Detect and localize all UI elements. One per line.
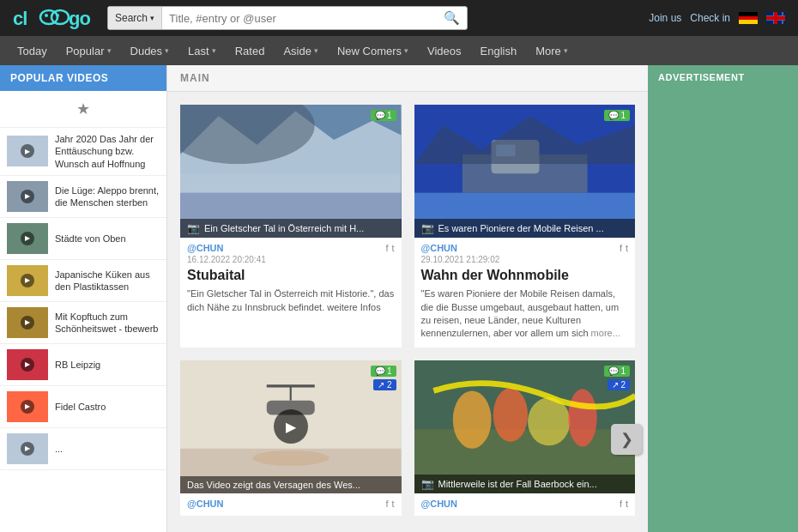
video-card: 💬 1 ↗ 2 ▶ Das Video zeigt das Versagen d…: [180, 360, 402, 516]
logo: cl gos: [13, 6, 90, 30]
nav-aside[interactable]: Aside ▾: [275, 36, 327, 65]
facebook-icon[interactable]: f: [620, 243, 622, 253]
chevron-down-icon: ▾: [564, 46, 568, 55]
video-meta: @CHUN f t 16.12.2022 20:20:41 Stubaital …: [180, 238, 402, 321]
video-author-link[interactable]: @CHUN: [187, 243, 224, 253]
video-card: 💬 1 📷 Ein Gletscher Tal in Österreich mi…: [180, 105, 402, 348]
facebook-icon[interactable]: f: [385, 243, 388, 253]
facebook-icon[interactable]: f: [385, 499, 388, 509]
thumbnail: ▶: [7, 181, 48, 212]
nav-rated[interactable]: Rated: [227, 36, 274, 65]
page-layout: POPULAR VIDEOS ★ ▶ Jahr 2020 Das Jahr de…: [0, 65, 798, 532]
nav-english[interactable]: English: [472, 36, 526, 65]
facebook-icon[interactable]: f: [620, 499, 622, 509]
video-overlay: 📷 Ein Gletscher Tal in Österreich mit H.…: [180, 219, 402, 238]
social-icons: f t: [620, 499, 628, 509]
svg-point-4: [45, 14, 48, 17]
video-meta: @CHUN f t: [180, 493, 402, 516]
twitter-icon[interactable]: t: [391, 499, 394, 509]
comment-count-badge: 💬 1: [604, 110, 630, 121]
video-author-link[interactable]: @CHUN: [187, 499, 224, 509]
camera-icon: 📷: [187, 222, 200, 234]
list-item[interactable]: ▶ ...: [0, 428, 166, 470]
header: cl gos Search ▾ 🔍 Join us Check in: [0, 0, 798, 36]
nav-newcomers[interactable]: New Comers ▾: [329, 36, 417, 65]
thumbnail: ▶: [7, 391, 48, 422]
comment-icon: 💬: [375, 366, 385, 376]
svg-text:cl: cl: [13, 8, 27, 29]
play-button[interactable]: ▶: [274, 409, 308, 444]
search-type-dropdown[interactable]: Search ▾: [108, 7, 162, 29]
nav-popular[interactable]: Popular ▾: [57, 36, 120, 65]
video-date: 16.12.2022 20:20:41: [187, 255, 395, 264]
sidebar-heading: POPULAR VIDEOS: [0, 65, 166, 91]
video-author-link[interactable]: @CHUN: [421, 499, 458, 509]
video-author-link[interactable]: @CHUN: [421, 243, 458, 253]
social-icons: f t: [620, 243, 628, 253]
nav-videos[interactable]: Videos: [419, 36, 470, 65]
svg-point-23: [252, 450, 329, 466]
sidebar: POPULAR VIDEOS ★ ▶ Jahr 2020 Das Jahr de…: [0, 65, 167, 532]
video-title: Wahn der Wohnmobile: [421, 267, 629, 283]
nav-dudes[interactable]: Dudes ▾: [122, 36, 178, 65]
play-icon: ▶: [21, 400, 34, 414]
more-link[interactable]: more...: [591, 328, 620, 338]
video-card: 💬 1 📷 Es waren Pioniere der Mobile Reise…: [414, 105, 636, 348]
sidebar-item-label: Fidel Castro: [55, 401, 106, 413]
search-button[interactable]: 🔍: [437, 10, 467, 26]
list-item[interactable]: ▶ Städte von Oben: [0, 218, 166, 260]
header-right: Join us Check in: [649, 12, 785, 24]
video-thumbnail[interactable]: 💬 1 ↗ 2 ▶ Das Video zeigt das Versagen d…: [180, 360, 402, 493]
video-title: Stubaital: [187, 267, 395, 283]
join-us-link[interactable]: Join us: [649, 12, 681, 24]
video-thumbnail[interactable]: 💬 1 📷 Ein Gletscher Tal in Österreich mi…: [180, 105, 402, 238]
twitter-icon[interactable]: t: [626, 243, 628, 253]
camera-icon: 📷: [421, 478, 434, 490]
advertisement-heading: ADVERTISEMENT: [648, 65, 798, 89]
sidebar-item-label: Städte von Oben: [55, 233, 126, 245]
play-icon: ▶: [21, 144, 34, 158]
list-item[interactable]: ▶ Japanische Küken aus den Plastiktassen: [0, 260, 166, 302]
next-arrow-button[interactable]: ❯: [611, 424, 642, 455]
nav-more[interactable]: More ▾: [527, 36, 577, 65]
video-overlay: Das Video zeigt das Versagen des Wes...: [180, 476, 402, 493]
chevron-down-icon: ▾: [212, 46, 216, 55]
twitter-icon[interactable]: t: [626, 499, 628, 509]
nav-last[interactable]: Last ▾: [179, 36, 225, 65]
video-meta: @CHUN f t: [414, 493, 636, 516]
comment-count-badge: 💬 1: [371, 366, 396, 377]
chevron-down-icon: ▾: [404, 46, 408, 55]
sidebar-item-label: Jahr 2020 Das Jahr der Enttäuschung bzw.…: [55, 133, 160, 170]
flag-english[interactable]: [766, 12, 785, 24]
nav-today[interactable]: Today: [9, 36, 56, 65]
list-item[interactable]: ▶ RB Leipzig: [0, 344, 166, 386]
main-nav: Today Popular ▾ Dudes ▾ Last ▾ Rated Asi…: [0, 36, 798, 65]
list-item[interactable]: ▶ Die Lüge: Aleppo brennt, die Menschen …: [0, 176, 166, 218]
video-card: 💬 1 ↗ 2 📷 Mittlerweile ist der Fall Baer…: [414, 360, 636, 516]
video-date: 29.10.2021 21:29:02: [421, 255, 629, 264]
search-input[interactable]: [162, 12, 437, 25]
flag-german[interactable]: [739, 12, 758, 24]
svg-point-5: [56, 14, 59, 17]
thumbnail: ▶: [7, 265, 48, 296]
thumbnail: ▶: [7, 223, 48, 254]
thumbnail: ▶: [7, 433, 48, 464]
search-bar: Search ▾ 🔍: [107, 6, 468, 30]
sidebar-item-label: Mit Kopftuch zum Schönheitswet - tbewerb: [55, 311, 160, 336]
list-item[interactable]: ▶ Mit Kopftuch zum Schönheitswet - tbewe…: [0, 302, 166, 344]
twitter-icon[interactable]: t: [391, 243, 394, 253]
chevron-down-icon: ▾: [165, 46, 169, 55]
thumbnail: ▶: [7, 307, 48, 338]
comment-count-badge: 💬 1: [604, 366, 630, 377]
video-thumbnail[interactable]: 💬 1 📷 Es waren Pioniere der Mobile Reise…: [414, 105, 636, 238]
sidebar-item-label: RB Leipzig: [55, 359, 100, 371]
share-icon: ↗: [612, 380, 619, 390]
play-icon: ▶: [21, 442, 34, 456]
list-item[interactable]: ▶ Jahr 2020 Das Jahr der Enttäuschung bz…: [0, 128, 166, 176]
check-in-link[interactable]: Check in: [690, 12, 730, 24]
video-thumbnail[interactable]: 💬 1 ↗ 2 📷 Mittlerweile ist der Fall Baer…: [414, 360, 636, 493]
comment-icon: 💬: [608, 366, 619, 376]
main-content: MAIN 💬 1: [167, 65, 648, 532]
play-icon: ▶: [21, 232, 34, 245]
list-item[interactable]: ▶ Fidel Castro: [0, 386, 166, 428]
